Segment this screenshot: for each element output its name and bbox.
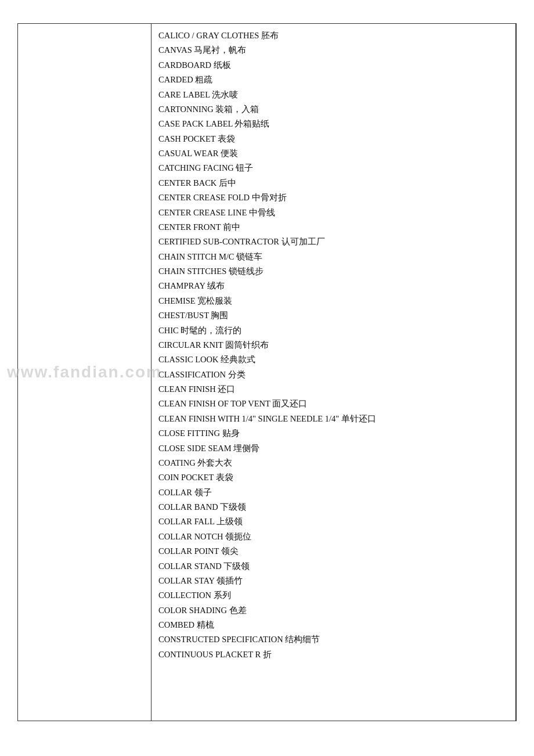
list-item: COLLAR STAY 领插竹 [158,574,506,588]
list-item: CALICO / GRAY CLOTHES 胚布 [158,28,506,43]
list-item: CARE LABEL 洗水唛 [158,88,506,102]
list-item: CHAIN STITCHES 锁链线步 [158,264,506,279]
list-item: CARTONNING 装箱，入箱 [158,102,506,117]
list-item: COLLAR STAND 下级领 [158,559,506,574]
list-item: CHAIN STITCH M/C 锁链车 [158,250,506,264]
list-item: CONSTRUCTED SPECIFICATION 结构细节 [158,632,506,647]
list-item: CLOSE FITTING 贴身 [158,426,506,441]
list-item: CENTER CREASE FOLD 中骨对折 [158,190,506,205]
list-item: CHEST/BUST 胸围 [158,308,506,323]
list-item: CHEMISE 宽松服装 [158,294,506,308]
list-item: CATCHING FACING 钮子 [158,161,506,175]
list-item: CLEAN FINISH WITH 1/4" SINGLE NEEDLE 1/4… [158,412,506,426]
list-item: CLEAN FINISH OF TOP VENT 面又还口 [158,397,506,411]
content-area: www.fandian.com CALICO / GRAY CLOTHES 胚布… [18,24,516,721]
list-item: CLASSIC LOOK 经典款式 [158,352,506,367]
page-container: www.fandian.com CALICO / GRAY CLOTHES 胚布… [17,23,517,721]
list-item: COLLECTION 系列 [158,588,506,603]
list-item: CONTINUOUS PLACKET R 折 [158,647,506,662]
list-item: COLLAR FALL 上级领 [158,514,506,529]
list-item: CIRCULAR KNIT 圆筒针织布 [158,338,506,352]
list-item: CHAMPRAY 绒布 [158,279,506,293]
list-item: COIN POCKET 表袋 [158,470,506,485]
list-item: COLLAR BAND 下级领 [158,500,506,514]
list-item: CHIC 时髦的，流行的 [158,323,506,338]
left-margin: www.fandian.com [18,24,151,721]
list-item: COLLAR NOTCH 领扼位 [158,530,506,544]
list-item: COLOR SHADING 色差 [158,603,506,618]
list-item: CENTER BACK 后中 [158,176,506,190]
list-item: CANVAS 马尾衬，帆布 [158,43,506,57]
list-item: CASUAL WEAR 便装 [158,146,506,161]
list-item: CASH POCKET 表袋 [158,132,506,146]
list-item: CENTER CREASE LINE 中骨线 [158,206,506,220]
list-item: COLLAR 领子 [158,485,506,500]
list-item: CLASSIFICATION 分类 [158,368,506,382]
list-item: CASE PACK LABEL 外箱贴纸 [158,117,506,131]
list-item: CLEAN FINISH 还口 [158,382,506,397]
watermark-text: www.fandian.com [7,363,162,381]
terms-list: CALICO / GRAY CLOTHES 胚布CANVAS 马尾衬，帆布CAR… [151,24,516,721]
list-item: CENTER FRONT 前中 [158,220,506,235]
list-item: COLLAR POINT 领尖 [158,544,506,559]
list-item: CARDED 粗疏 [158,73,506,87]
list-item: CERTIFIED SUB-CONTRACTOR 认可加工厂 [158,235,506,249]
list-item: CLOSE SIDE SEAM 埋侧骨 [158,441,506,456]
list-item: COATING 外套大衣 [158,456,506,470]
list-item: CARDBOARD 纸板 [158,58,506,73]
list-item: COMBED 精梳 [158,618,506,632]
